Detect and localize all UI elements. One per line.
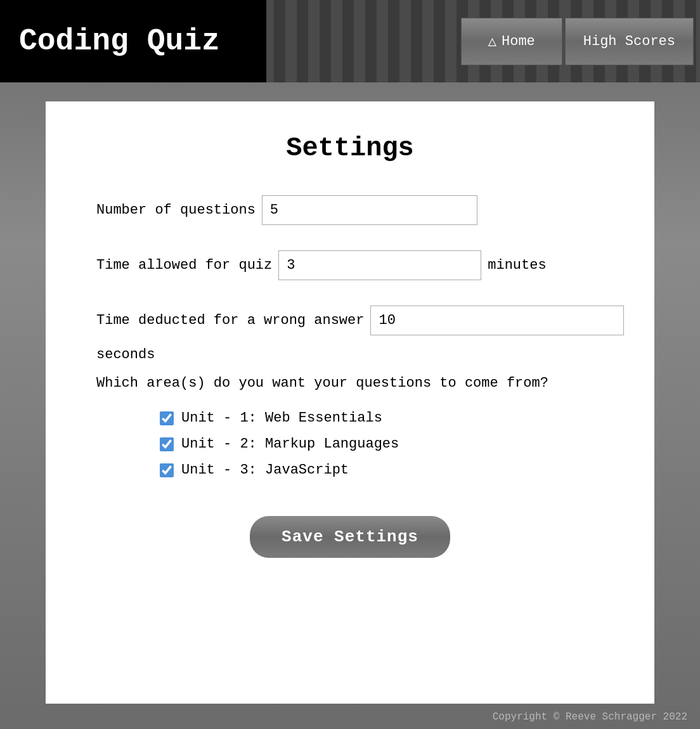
unit-1-label: Unit - 1: Web Essentials: [181, 410, 382, 426]
settings-title: Settings: [96, 133, 604, 164]
time-allowed-row: Time allowed for quiz minutes: [96, 250, 604, 280]
num-questions-label: Number of questions: [96, 202, 256, 218]
unit-3-label: Unit - 3: JavaScript: [181, 462, 349, 478]
main-content: Settings Number of questions Time allowe…: [46, 101, 654, 704]
save-settings-button[interactable]: Save Settings: [250, 516, 450, 558]
highscores-button[interactable]: High Scores: [565, 18, 694, 65]
time-allowed-label: Time allowed for quiz: [96, 257, 272, 273]
app-title: Coding Quiz: [19, 24, 220, 58]
header: Coding Quiz △ Home High Scores: [0, 0, 700, 82]
nav-buttons: △ Home High Scores: [461, 0, 700, 82]
time-deducted-row: Time deducted for a wrong answer seconds: [96, 306, 604, 363]
unit-2-checkbox-item[interactable]: Unit - 2: Markup Languages: [160, 436, 604, 452]
unit-1-checkbox-item[interactable]: Unit - 1: Web Essentials: [160, 410, 604, 426]
num-questions-input[interactable]: [262, 195, 477, 225]
time-deducted-input[interactable]: [370, 306, 624, 335]
footer: Copyright © Reeve Schragger 2022: [493, 711, 687, 723]
header-title-box: Coding Quiz: [0, 0, 266, 82]
home-button[interactable]: △ Home: [461, 18, 562, 65]
time-allowed-unit: minutes: [488, 257, 546, 273]
time-deducted-unit: seconds: [96, 347, 155, 363]
time-deducted-first-line: Time deducted for a wrong answer: [96, 306, 624, 335]
unit-2-label: Unit - 2: Markup Languages: [181, 436, 399, 452]
unit-3-checkbox-item[interactable]: Unit - 3: JavaScript: [160, 462, 604, 478]
save-btn-container: Save Settings: [96, 516, 604, 558]
unit-checkbox-list: Unit - 1: Web Essentials Unit - 2: Marku…: [96, 410, 604, 478]
highscores-label: High Scores: [583, 34, 675, 49]
home-icon: △: [488, 33, 496, 50]
area-question: Which area(s) do you want your questions…: [96, 375, 604, 391]
time-allowed-input[interactable]: [278, 250, 481, 280]
copyright-text: Copyright © Reeve Schragger 2022: [493, 711, 687, 723]
num-questions-row: Number of questions: [96, 195, 604, 225]
home-label: Home: [502, 34, 535, 49]
unit-1-checkbox[interactable]: [160, 411, 174, 425]
unit-2-checkbox[interactable]: [160, 437, 174, 451]
unit-3-checkbox[interactable]: [160, 463, 174, 477]
time-deducted-label: Time deducted for a wrong answer: [96, 313, 364, 328]
